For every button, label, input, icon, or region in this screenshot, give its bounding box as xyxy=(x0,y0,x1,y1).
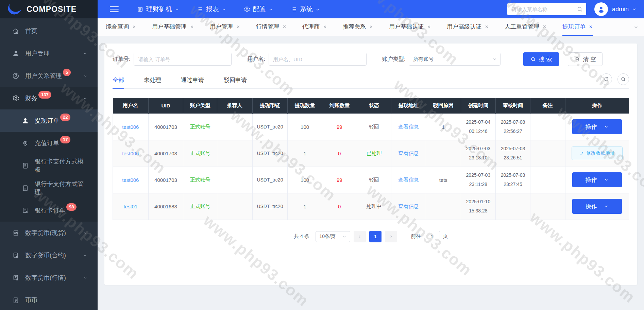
page-1-button[interactable]: 1 xyxy=(369,231,382,242)
chevron-down-icon xyxy=(83,51,87,56)
tab-7[interactable]: 用户基础认证 xyxy=(389,18,431,36)
edit-address-button[interactable]: 修改收款地址 xyxy=(572,147,623,160)
menu-search xyxy=(507,3,586,15)
column-header: 提现币链 xyxy=(252,98,288,114)
user-name[interactable]: admin xyxy=(612,6,629,13)
user-chevron-down-icon[interactable] xyxy=(632,7,637,12)
cell-value[interactable]: 查看信息 xyxy=(399,150,419,156)
chevron-left-icon xyxy=(357,234,362,239)
status-tab-4[interactable]: 驳回申请 xyxy=(224,76,247,89)
cell-value[interactable]: test006 xyxy=(122,124,139,130)
hamburger-menu-icon[interactable] xyxy=(110,6,119,12)
goto-page-input[interactable] xyxy=(424,231,440,242)
cell-value: 1 xyxy=(303,151,306,156)
tabs-more-button[interactable] xyxy=(628,18,644,36)
cell-value[interactable]: test006 xyxy=(122,151,139,156)
topnav-menu[interactable]: 报表 xyxy=(197,5,226,14)
sidebar-item-label: 银行卡支付方式模板 xyxy=(35,157,87,174)
search-icon xyxy=(621,76,626,82)
action-dropdown-button[interactable]: 操作 xyxy=(572,119,622,134)
topnav-menu[interactable]: 配置 xyxy=(244,5,273,14)
page: 订单号: 用户名: 账户类型: 所有账号 xyxy=(98,36,644,310)
cell-value[interactable]: 查看信息 xyxy=(399,203,419,209)
chevron-down-icon xyxy=(342,234,347,239)
cell-action: 修改收款地址 xyxy=(565,140,629,167)
chevron-right-icon xyxy=(389,234,393,239)
sidebar-item[interactable]: 数字货币(现货) xyxy=(0,222,98,244)
column-header: 备注 xyxy=(530,98,565,114)
cell-created: 2025-07-03 23:11:28 xyxy=(461,167,496,193)
sidebar-item[interactable]: 首页 xyxy=(0,20,98,42)
cell-reject-reason: 1 xyxy=(426,114,461,140)
refresh-button[interactable] xyxy=(600,73,612,85)
menu-search-input[interactable] xyxy=(507,3,586,15)
status-tab-2[interactable]: 未处理 xyxy=(144,76,161,89)
topnav-menu-label: 配置 xyxy=(253,5,266,14)
tab-4[interactable]: 行情管理 xyxy=(256,18,287,36)
page-size-select[interactable]: 10条/页 xyxy=(316,231,350,242)
tab-1[interactable]: 综合查询 xyxy=(106,18,136,36)
status-tab-1[interactable]: 全部 xyxy=(113,76,124,89)
tab-2[interactable]: 用户基础管理 xyxy=(152,18,194,36)
cell-value: 处理中 xyxy=(366,203,382,209)
tab-9[interactable]: 人工重置管理 xyxy=(505,18,547,36)
search-icon[interactable] xyxy=(577,6,583,12)
close-icon xyxy=(542,24,547,29)
sidebar-item[interactable]: 用户管理 xyxy=(0,42,98,65)
page-size-value: 10条/页 xyxy=(319,234,335,240)
action-dropdown-button[interactable]: 操作 xyxy=(572,172,622,187)
avatar[interactable] xyxy=(594,2,608,16)
cell-value[interactable]: test01 xyxy=(123,204,137,209)
topnav-menu[interactable]: 理财矿机 xyxy=(137,5,179,14)
cell-status: 驳回 xyxy=(357,167,391,193)
chevron-down-icon xyxy=(175,7,179,12)
prev-page-button[interactable] xyxy=(354,231,366,242)
cell-value[interactable]: 查看信息 xyxy=(399,124,419,130)
search-button[interactable]: 搜 索 xyxy=(523,52,559,66)
tab-10[interactable]: 提现订单 xyxy=(562,18,593,36)
sidebar-item[interactable]: 银行卡支付方式管理 xyxy=(0,177,98,199)
status-tab-3[interactable]: 通过申请 xyxy=(181,76,204,89)
action-dropdown-button[interactable]: 操作 xyxy=(572,199,622,214)
chevron-down-icon xyxy=(83,276,87,280)
clear-button[interactable]: 清 空 xyxy=(568,52,603,66)
sidebar-item[interactable]: 银行卡支付方式模板 xyxy=(0,154,98,177)
cell-value: 100 xyxy=(301,124,309,130)
username-input[interactable] xyxy=(269,53,367,66)
sidebar-item[interactable]: 提现订单22 xyxy=(0,109,98,132)
next-page-button[interactable] xyxy=(385,231,397,242)
order-no-label: 订单号: xyxy=(113,56,130,63)
tab-3[interactable]: 用户管理 xyxy=(210,18,240,36)
column-header: 驳回原因 xyxy=(426,98,461,114)
cell-action: 操作 xyxy=(565,114,629,140)
sidebar-item[interactable]: 银行卡订单98 xyxy=(0,199,98,222)
order-no-input[interactable] xyxy=(134,53,232,66)
sidebar-item[interactable]: 数字货币(行情) xyxy=(0,266,98,289)
cell-value: tets xyxy=(439,177,447,183)
table-search-button[interactable] xyxy=(617,73,629,85)
refresh-icon xyxy=(604,76,609,82)
cell-value: 40001703 xyxy=(154,177,177,183)
tab-6[interactable]: 推荐关系 xyxy=(343,18,373,36)
cell-value: 2025-07-03 23:26:51 xyxy=(500,144,526,162)
cell-uid: 40001703 xyxy=(148,167,183,193)
cell-value: 99 xyxy=(337,177,342,183)
tab-5[interactable]: 代理商 xyxy=(302,18,327,36)
sidebar-item[interactable]: 数字货币(合约) xyxy=(0,244,98,266)
sidebar-item[interactable]: 用户关系管理5 xyxy=(0,65,98,87)
cell-value[interactable]: 查看信息 xyxy=(399,177,419,183)
topnav-menu[interactable]: 系统 xyxy=(291,5,320,14)
sidebar-item[interactable]: 币币 xyxy=(0,289,98,310)
account-type-select[interactable]: 所有账号 xyxy=(409,53,501,66)
sidebar-item[interactable]: 充值订单17 xyxy=(0,132,98,154)
sidebar-item-label: 银行卡订单 xyxy=(35,206,65,214)
brand[interactable]: COMPOSITE xyxy=(0,0,98,18)
sidebar-item[interactable]: 财务137 xyxy=(0,87,98,109)
cell-remark xyxy=(530,193,565,220)
cell-value: USDT_trc20 xyxy=(257,149,283,158)
cell-value[interactable]: test006 xyxy=(122,177,139,183)
close-icon xyxy=(369,24,373,29)
chevron-down-icon xyxy=(269,7,273,12)
tab-8[interactable]: 用户高级认证 xyxy=(447,18,489,36)
tab-label: 人工重置管理 xyxy=(505,23,539,31)
